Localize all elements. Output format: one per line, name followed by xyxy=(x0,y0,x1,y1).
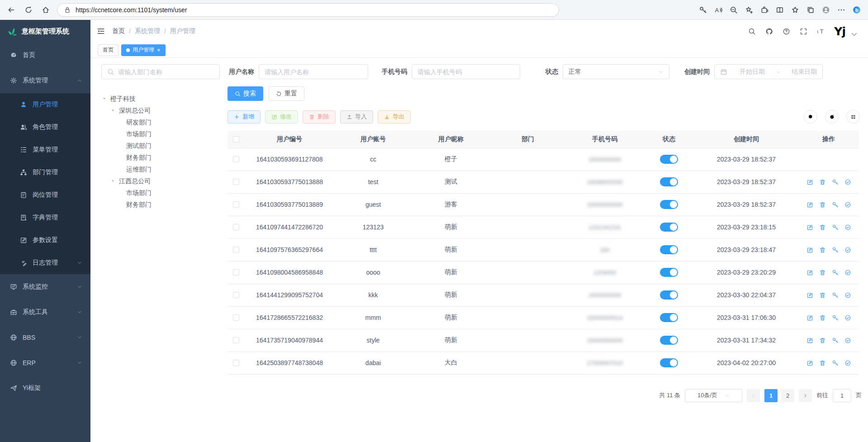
status-toggle[interactable] xyxy=(660,155,678,164)
status-toggle[interactable] xyxy=(660,268,678,277)
sidebar-item-BBS[interactable]: BBS xyxy=(0,325,90,350)
collections-icon[interactable] xyxy=(806,6,815,14)
assign-role-icon[interactable] xyxy=(844,360,851,366)
assign-role-icon[interactable] xyxy=(844,224,851,231)
favorites-bar-icon[interactable] xyxy=(791,6,799,14)
more-icon[interactable] xyxy=(837,6,845,14)
row-checkbox[interactable] xyxy=(233,201,239,208)
search-tool-button[interactable] xyxy=(804,110,817,124)
status-toggle[interactable] xyxy=(660,336,678,345)
tab-close-icon[interactable]: × xyxy=(157,47,161,53)
export-button[interactable]: 导出 xyxy=(378,110,411,124)
reset-password-icon[interactable] xyxy=(832,224,839,231)
status-toggle[interactable] xyxy=(660,200,678,209)
status-toggle[interactable] xyxy=(660,177,678,186)
delete-button[interactable]: 删除 xyxy=(303,110,336,124)
delete-icon[interactable] xyxy=(819,224,826,231)
search-button[interactable]: 搜索 xyxy=(228,86,263,101)
edit-icon[interactable] xyxy=(806,224,813,231)
reset-password-icon[interactable] xyxy=(832,360,839,366)
tab-首页[interactable]: 首页 xyxy=(98,44,119,56)
tree-node-财务部门[interactable]: 财务部门 xyxy=(101,152,228,163)
sidebar-item-岗位管理[interactable]: 岗位管理 xyxy=(0,184,90,206)
sidebar-item-Yi框架[interactable]: Yi框架 xyxy=(0,375,90,401)
row-checkbox[interactable] xyxy=(233,292,239,298)
row-checkbox[interactable] xyxy=(233,337,239,343)
fullscreen-icon[interactable] xyxy=(800,28,807,35)
status-toggle[interactable] xyxy=(660,223,678,232)
reset-password-icon[interactable] xyxy=(832,247,839,253)
breadcrumb-item[interactable]: 首页 xyxy=(112,27,125,35)
sidebar-item-部门管理[interactable]: 部门管理 xyxy=(0,161,90,184)
delete-icon[interactable] xyxy=(819,247,826,253)
assign-role-icon[interactable] xyxy=(844,337,851,344)
assign-role-icon[interactable] xyxy=(844,314,851,321)
sidebar-item-菜单管理[interactable]: 菜单管理 xyxy=(0,138,90,161)
edit-icon[interactable] xyxy=(806,292,813,299)
sidebar-item-ERP[interactable]: ERP xyxy=(0,350,90,375)
reset-password-icon[interactable] xyxy=(832,337,839,344)
edit-icon[interactable] xyxy=(806,179,813,185)
url-bar[interactable]: https://ccnetcore.com:1101/system/user xyxy=(57,3,559,17)
row-checkbox[interactable] xyxy=(233,224,239,230)
github-icon[interactable] xyxy=(765,28,773,35)
reset-button[interactable]: 重置 xyxy=(269,86,304,101)
phone-input[interactable] xyxy=(412,64,520,79)
delete-icon[interactable] xyxy=(819,314,826,321)
refresh-tool-button[interactable] xyxy=(825,110,839,124)
sidebar-item-系统管理[interactable]: 系统管理 xyxy=(0,68,90,93)
phone-field[interactable] xyxy=(417,68,514,76)
status-toggle[interactable] xyxy=(660,313,678,322)
tree-node-研发部门[interactable]: 研发部门 xyxy=(101,116,228,128)
assign-role-icon[interactable] xyxy=(844,269,851,276)
extensions-icon[interactable] xyxy=(760,6,768,14)
tree-node-江西总公司[interactable]: ▾江西总公司 xyxy=(101,175,228,187)
page-button-2[interactable]: 2 xyxy=(781,389,794,402)
sidebar-item-用户管理[interactable]: 用户管理 xyxy=(0,93,90,116)
status-toggle[interactable] xyxy=(660,245,678,254)
row-checkbox[interactable] xyxy=(233,179,239,185)
tree-node-市场部门[interactable]: 市场部门 xyxy=(101,187,228,199)
username-input[interactable] xyxy=(259,64,368,79)
tree-node-市场部门[interactable]: 市场部门 xyxy=(101,128,228,140)
home-icon[interactable] xyxy=(42,6,50,14)
sidebar-item-日志管理[interactable]: 日志管理 xyxy=(0,252,90,274)
reset-password-icon[interactable] xyxy=(832,201,839,208)
row-checkbox[interactable] xyxy=(233,269,239,276)
tab-用户管理[interactable]: 用户管理× xyxy=(121,44,166,56)
tree-node-运维部门[interactable]: 运维部门 xyxy=(101,163,228,175)
edit-icon[interactable] xyxy=(806,201,813,208)
edit-icon[interactable] xyxy=(806,337,813,344)
font-size-icon[interactable]: tT xyxy=(817,28,825,35)
delete-icon[interactable] xyxy=(819,179,826,185)
tree-node-财务部门[interactable]: 财务部门 xyxy=(101,199,228,210)
delete-icon[interactable] xyxy=(819,201,826,208)
copilot-icon[interactable]: b xyxy=(853,6,861,14)
dept-search-input[interactable] xyxy=(101,64,220,79)
read-aloud-icon[interactable]: A xyxy=(714,6,722,14)
refresh-icon[interactable] xyxy=(24,6,33,14)
split-screen-icon[interactable] xyxy=(776,6,784,14)
key-icon[interactable] xyxy=(699,6,707,14)
dept-search-field[interactable] xyxy=(118,68,214,76)
sidebar-item-字典管理[interactable]: 字典管理 xyxy=(0,206,90,229)
caret-down-icon[interactable]: ▾ xyxy=(103,93,108,105)
edit-icon[interactable] xyxy=(806,247,813,253)
add-button[interactable]: 新增 xyxy=(228,110,261,124)
delete-icon[interactable] xyxy=(819,337,826,344)
grid-tool-button[interactable] xyxy=(846,110,860,124)
username-field[interactable] xyxy=(265,68,362,76)
reset-password-icon[interactable] xyxy=(832,269,839,276)
edit-icon[interactable] xyxy=(806,269,813,276)
row-checkbox[interactable] xyxy=(233,247,239,253)
import-button[interactable]: 导入 xyxy=(340,110,373,124)
delete-icon[interactable] xyxy=(819,360,826,366)
zoom-out-icon[interactable] xyxy=(730,6,738,14)
sidebar-item-角色管理[interactable]: 角色管理 xyxy=(0,116,90,138)
delete-icon[interactable] xyxy=(819,269,826,276)
profile-avatar-icon[interactable] xyxy=(822,6,830,14)
help-icon[interactable] xyxy=(783,28,790,35)
assign-role-icon[interactable] xyxy=(844,179,851,185)
tree-node-测试部门[interactable]: 测试部门 xyxy=(101,140,228,152)
search-icon[interactable] xyxy=(748,28,756,35)
